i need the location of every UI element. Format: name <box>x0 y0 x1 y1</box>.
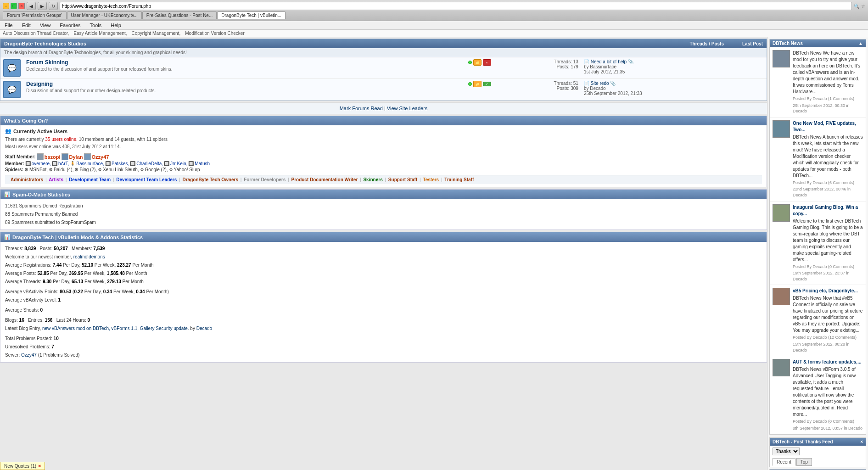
back-button[interactable]: ◀ <box>27 2 36 10</box>
menu-view[interactable]: View <box>38 22 53 28</box>
staff-bszopi-link[interactable]: bszopi <box>45 154 61 160</box>
spam-header: 📊 Spam-O-Matic Statistics <box>0 190 767 199</box>
last-post-header: Last Post <box>742 41 763 46</box>
forum-skinning-counts: Threads: 13 Posts: 179 <box>494 57 581 79</box>
avg-shouts: Average Shouts: 0 <box>5 306 762 314</box>
blog-entry-link[interactable]: new vBAnswers mod on DBTech, vBForms 1.1… <box>42 326 189 331</box>
thanks-collapse-icon[interactable]: × <box>860 439 863 444</box>
news-collapse-icon[interactable]: ▲ <box>858 41 863 46</box>
forum-designing-lastpost-link[interactable]: Site redo <box>591 81 609 86</box>
copyright-link[interactable]: Copyright Management, <box>132 31 181 36</box>
member-matush-link[interactable]: Matush <box>195 161 210 166</box>
member-label: Member: <box>5 161 24 166</box>
legend-support-staff[interactable]: Support Staff <box>388 177 417 182</box>
member-batskes-link[interactable]: Batskes, <box>112 161 129 166</box>
newest-member-link[interactable]: realmofdemons <box>73 254 105 259</box>
thanks-tab-recent[interactable]: Recent <box>773 458 795 466</box>
staff-avatar-bszopi <box>37 153 44 160</box>
legend-dev-team[interactable]: Development Team <box>69 177 111 182</box>
news-item-2: One New Mod, FIVE updates, Two... DBTech… <box>770 118 866 201</box>
spider-yahoo: Yahoo! Slurp <box>174 167 200 172</box>
threads-posts-members: Threads: 8,839 Posts: 50,207 Members: 7,… <box>5 245 762 253</box>
maximize-button[interactable]: □ <box>11 3 17 9</box>
member-icon-4: 🔲 <box>105 161 111 166</box>
thanks-tab-top[interactable]: Top <box>796 458 812 466</box>
legend-skinners[interactable]: Skinners <box>363 177 382 182</box>
news-item-3: Inaugural Gaming Blog. Win a copy... Wel… <box>770 201 866 285</box>
legend-former-devs[interactable]: Former Developers <box>244 177 286 182</box>
minimize-button[interactable]: − <box>3 3 9 9</box>
member-bassinurface-link[interactable]: Bassinurface, <box>76 161 104 166</box>
forum-designing-lastpost: 📄 Site redo 📎 by Decado 25th September 2… <box>581 79 767 101</box>
server-user-link[interactable]: Ozzy47 <box>21 352 37 358</box>
need-bit-help-icon: 📎 <box>628 59 633 64</box>
member-overhere-link[interactable]: overhere, <box>32 161 51 166</box>
forum-skinning-info: Forum Skinning Dedicated to the discussi… <box>23 57 465 79</box>
main-content: DragonByte Technologies Studios Threads … <box>0 37 767 470</box>
forward-button[interactable]: ▶ <box>38 2 47 10</box>
design-studio-desc: The design branch of DragonByte Technolo… <box>0 48 767 57</box>
forum-skinning-lastpost-link[interactable]: Need a bit of help <box>591 59 627 64</box>
unresolved-problems: Unresolved Problems: 7 <box>5 343 762 351</box>
spiders-label: Spiders: <box>5 167 23 172</box>
thanks-title: DBTech - Post Thanks Feed <box>773 439 833 444</box>
news-text-5: AUT & forms feature updates,... DBTech N… <box>793 359 863 431</box>
staff-ozzy-link[interactable]: Ozzy47 <box>92 154 109 160</box>
staff-avatar-dylan <box>62 153 68 160</box>
news-item-1: DBTech News We have a new mod for you to… <box>770 47 866 118</box>
thanks-dropdown[interactable]: Thanks <box>773 448 800 455</box>
spider-google: Google (2), <box>145 167 168 172</box>
auto-discussion-link[interactable]: Auto Discussion Thread Creator, <box>3 31 69 36</box>
staff-label: Staff Member: <box>5 154 36 159</box>
legend-testers[interactable]: Testers <box>423 177 439 182</box>
member-jrrkein-link[interactable]: Jrr Kein, <box>170 161 187 166</box>
legend-dev-team-leaders[interactable]: Development Team Leaders <box>116 177 177 182</box>
member-icon-2: 🔲 <box>52 161 57 166</box>
tab-pre-sales[interactable]: Pre-Sales Questions - Post Ne... <box>142 11 217 19</box>
legend-prod-doc[interactable]: Product Documentation Writer <box>291 177 358 182</box>
member-icon-5: 🔲 <box>130 161 135 166</box>
menu-help[interactable]: Help <box>109 22 123 28</box>
online-count-link[interactable]: 35 users online. <box>45 137 78 142</box>
spider-bullet-1: ⚙ <box>24 167 28 172</box>
blogs-entries: Blogs: 16 Entries: 156 Last 24 Hours: 0 <box>5 316 762 325</box>
blog-author-link[interactable]: Decado <box>196 326 212 331</box>
forum-designing-row: 💬 Designing Discussion of and support fo… <box>0 79 767 101</box>
tab-user-manager[interactable]: User Manager - UKEconomy.tv... <box>67 11 142 19</box>
close-button[interactable]: × <box>18 3 25 9</box>
staff-dylan-link[interactable]: Dylan <box>69 154 83 160</box>
server-info: Server: Ozzy47 (1 Problems Solved) <box>5 351 762 359</box>
member-charliedelta-link[interactable]: CharlieDelta, <box>136 161 163 166</box>
spider-xenu: Xenu Link Sleuth, <box>103 167 139 172</box>
design-studio-header: DragonByte Technologies Studios Threads … <box>0 39 767 48</box>
new-quotes-bar: New Quotes (1) × <box>0 462 45 470</box>
tab-permission-groups[interactable]: Forum 'Permission Groups' <box>3 11 67 19</box>
member-bart-link[interactable]: bArT, <box>58 161 69 166</box>
new-quotes-label: New Quotes (1) <box>4 464 36 469</box>
easy-article-link[interactable]: Easy Article Management, <box>73 31 127 36</box>
star-icon: ☆ <box>861 4 865 9</box>
menu-edit[interactable]: Edit <box>20 22 33 28</box>
modification-checker-link[interactable]: Modification Version Checker <box>185 31 245 36</box>
url-input[interactable] <box>60 2 852 10</box>
user-groups-legend: Administrators | Artists | Development T… <box>5 175 762 184</box>
forum-skinning-link[interactable]: Forum Skinning <box>26 59 68 66</box>
menu-favorites[interactable]: Favorites <box>58 22 82 28</box>
legend-artists[interactable]: Artists <box>49 177 63 182</box>
tab-dragonbyte[interactable]: DragonByte Tech | vBulletin... <box>217 11 286 19</box>
legend-dbt-owners[interactable]: DragonByte Tech Owners <box>182 177 238 182</box>
view-site-leaders-link[interactable]: View Site Leaders <box>387 106 427 111</box>
legend-administrators[interactable]: Administrators <box>11 177 43 182</box>
new-quotes-close[interactable]: × <box>38 463 41 469</box>
member-icon-7: 🔲 <box>188 161 194 166</box>
mark-forums-read-link[interactable]: Mark Forums Read <box>340 106 383 111</box>
site-stats-title: DragonByte Tech | vBulletin Mods & Addon… <box>12 235 143 240</box>
menu-file[interactable]: File <box>3 22 15 28</box>
max-users-text: Most users ever online was 408, 31st Jul… <box>5 143 762 151</box>
news-avatar-1 <box>773 50 790 67</box>
address-bar: ◀ ▶ ↻ <box>27 2 852 10</box>
forum-designing-link[interactable]: Designing <box>26 81 53 87</box>
legend-training-staff[interactable]: Training Staff <box>444 177 474 182</box>
refresh-button[interactable]: ↻ <box>49 2 58 10</box>
menu-tools[interactable]: Tools <box>88 22 104 28</box>
